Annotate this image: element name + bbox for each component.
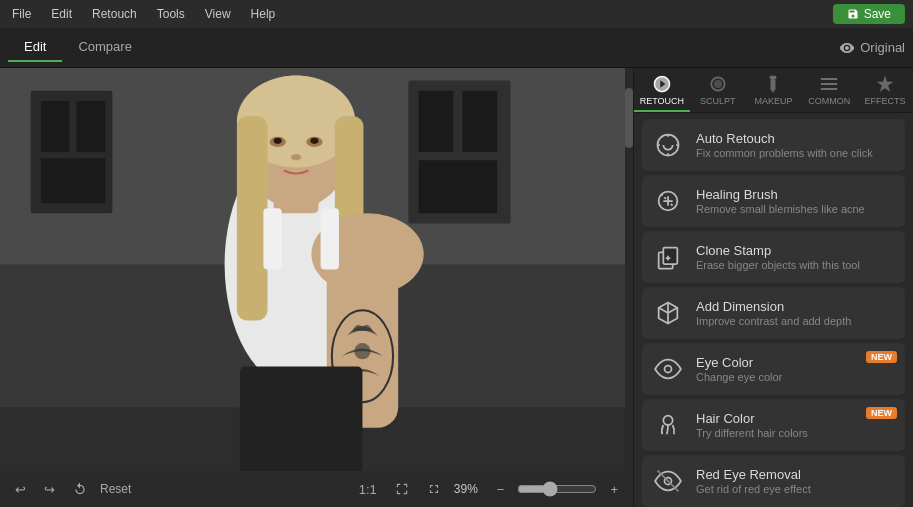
hair-color-icon <box>652 409 684 441</box>
svg-rect-10 <box>419 160 498 213</box>
reset-label: Reset <box>100 482 131 496</box>
svg-rect-5 <box>77 101 106 152</box>
clone-stamp-desc: Erase bigger objects with this tool <box>696 259 895 271</box>
menu-help[interactable]: Help <box>247 5 280 23</box>
save-button[interactable]: Save <box>833 4 905 24</box>
eye-color-desc: Change eye color <box>696 371 895 383</box>
add-dimension-desc: Improve contrast and add depth <box>696 315 895 327</box>
svg-rect-27 <box>263 208 281 269</box>
healing-brush-desc: Remove small blemishes like acne <box>696 203 895 215</box>
zoom-window-icon <box>395 482 409 496</box>
svg-rect-28 <box>321 208 339 269</box>
auto-retouch-desc: Fix common problems with one click <box>696 147 895 159</box>
original-label: Original <box>860 40 905 55</box>
zoom-out-button[interactable]: − <box>492 479 510 500</box>
menu-file[interactable]: File <box>8 5 35 23</box>
svg-point-34 <box>658 135 679 156</box>
tool-item-healing-brush[interactable]: Healing Brush Remove small blemishes lik… <box>642 175 905 227</box>
svg-rect-16 <box>237 116 268 320</box>
photo-svg <box>0 68 633 471</box>
svg-rect-31 <box>770 76 777 79</box>
svg-point-39 <box>663 416 672 425</box>
tool-item-clone-stamp[interactable]: Clone Stamp Erase bigger objects with th… <box>642 231 905 283</box>
canvas-scrollbar-thumb[interactable] <box>625 88 633 148</box>
svg-point-38 <box>665 366 672 373</box>
tab-edit[interactable]: Edit <box>8 33 62 62</box>
tab-effects[interactable]: EFFECTS <box>857 68 913 112</box>
tab-retouch[interactable]: RETOUCH <box>634 68 690 112</box>
add-dimension-title: Add Dimension <box>696 299 895 314</box>
tool-item-add-dimension[interactable]: Add Dimension Improve contrast and add d… <box>642 287 905 339</box>
menu-edit[interactable]: Edit <box>47 5 76 23</box>
zoom-fit-button[interactable]: 1:1 <box>354 479 382 500</box>
svg-point-20 <box>274 138 282 144</box>
svg-rect-9 <box>462 91 497 152</box>
svg-rect-32 <box>771 79 776 91</box>
menu-view[interactable]: View <box>201 5 235 23</box>
eye-color-badge: NEW <box>866 351 897 363</box>
retouch-icon <box>652 74 672 94</box>
add-dimension-icon <box>652 297 684 329</box>
fullscreen-button[interactable] <box>422 479 446 499</box>
right-panel: RETOUCH SCULPT <box>633 68 913 507</box>
clone-stamp-icon <box>652 241 684 273</box>
auto-retouch-title: Auto Retouch <box>696 131 895 146</box>
menu-bar: File Edit Retouch Tools View Help Save <box>0 0 913 28</box>
auto-retouch-text: Auto Retouch Fix common problems with on… <box>696 131 895 159</box>
svg-rect-33 <box>772 91 775 93</box>
red-eye-text: Red Eye Removal Get rid of red eye effec… <box>696 467 895 495</box>
canvas-area: ↩ ↪ Reset 1:1 39% − + <box>0 68 633 507</box>
auto-retouch-icon <box>652 129 684 161</box>
tab-sculpt[interactable]: SCULPT <box>690 68 746 112</box>
zoom-slider[interactable] <box>517 481 597 497</box>
tab-sculpt-label: SCULPT <box>700 96 736 106</box>
common-icon <box>819 74 839 94</box>
tab-makeup[interactable]: MAKEUP <box>746 68 802 112</box>
menu-retouch[interactable]: Retouch <box>88 5 141 23</box>
tab-makeup-label: MAKEUP <box>754 96 792 106</box>
svg-point-21 <box>310 138 318 144</box>
canvas-image[interactable] <box>0 68 633 471</box>
fullscreen-icon <box>427 482 441 496</box>
original-toggle[interactable]: Original <box>839 40 905 56</box>
undo-button[interactable]: ↩ <box>10 479 31 500</box>
svg-rect-6 <box>41 158 105 203</box>
eye-color-icon <box>652 353 684 385</box>
tool-item-red-eye[interactable]: Red Eye Removal Get rid of red eye effec… <box>642 455 905 507</box>
eye-icon <box>839 40 855 56</box>
svg-rect-29 <box>240 366 363 471</box>
red-eye-title: Red Eye Removal <box>696 467 895 482</box>
tool-item-hair-color[interactable]: Hair Color Try different hair colors NEW <box>642 399 905 451</box>
tool-item-auto-retouch[interactable]: Auto Retouch Fix common problems with on… <box>642 119 905 171</box>
svg-rect-37 <box>663 248 677 264</box>
sculpt-icon <box>708 74 728 94</box>
tab-bar: Edit Compare Original <box>0 28 913 68</box>
tab-effects-label: EFFECTS <box>865 96 906 106</box>
hair-color-desc: Try different hair colors <box>696 427 895 439</box>
healing-brush-text: Healing Brush Remove small blemishes lik… <box>696 187 895 215</box>
effects-icon <box>875 74 895 94</box>
tab-retouch-label: RETOUCH <box>640 96 684 106</box>
zoom-percent: 39% <box>454 482 484 496</box>
reset-button[interactable] <box>68 479 92 499</box>
redo-button[interactable]: ↪ <box>39 479 60 500</box>
main-content: ↩ ↪ Reset 1:1 39% − + <box>0 68 913 507</box>
reset-icon <box>73 482 87 496</box>
healing-brush-title: Healing Brush <box>696 187 895 202</box>
tab-common[interactable]: COMMON <box>801 68 857 112</box>
svg-point-22 <box>291 154 301 160</box>
healing-brush-icon <box>652 185 684 217</box>
photo-display <box>0 68 633 471</box>
clone-stamp-text: Clone Stamp Erase bigger objects with th… <box>696 243 895 271</box>
svg-rect-8 <box>419 91 454 152</box>
save-icon <box>847 8 859 20</box>
canvas-scrollbar[interactable] <box>625 68 633 471</box>
menu-tools[interactable]: Tools <box>153 5 189 23</box>
zoom-window-button[interactable] <box>390 479 414 499</box>
tab-compare[interactable]: Compare <box>62 33 147 62</box>
clone-stamp-title: Clone Stamp <box>696 243 895 258</box>
tool-item-eye-color[interactable]: Eye Color Change eye color NEW <box>642 343 905 395</box>
bottom-toolbar: ↩ ↪ Reset 1:1 39% − + <box>0 471 633 507</box>
svg-point-26 <box>354 343 370 359</box>
zoom-in-button[interactable]: + <box>605 479 623 500</box>
